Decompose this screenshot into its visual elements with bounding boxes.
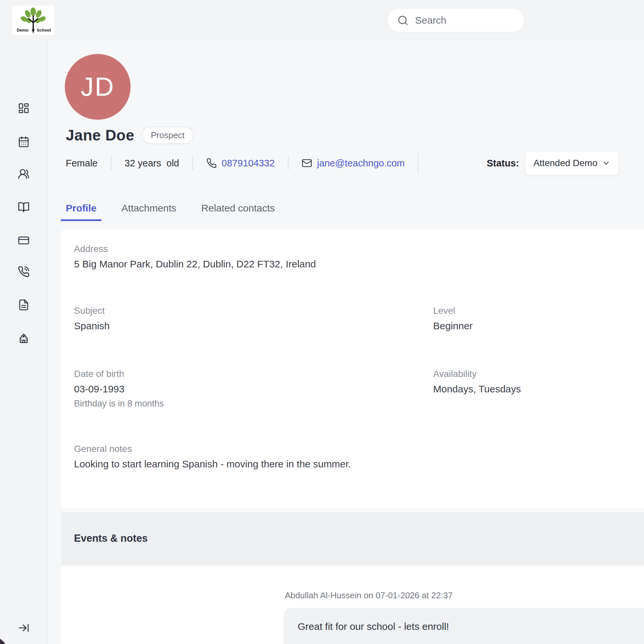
search-input[interactable] (414, 14, 508, 26)
tab-attachments[interactable]: Attachments (121, 201, 176, 221)
events-notes-heading: Events & notes (74, 533, 148, 544)
field-level: Level Beginner (433, 306, 473, 332)
status-label: Status: (487, 158, 519, 169)
sidebar-nav (0, 40, 48, 644)
field-value: Spanish (74, 320, 110, 332)
sidebar-item-contacts[interactable] (17, 167, 30, 181)
app-window: Demo School (0, 0, 644, 644)
comment-body: Great fit for our school - lets enroll! (298, 621, 644, 632)
field-value: Mondays, Tuesdays (433, 384, 521, 395)
field-label: Date of birth (74, 369, 164, 379)
avatar-initials: JD (81, 72, 115, 102)
gender-value: Female (66, 158, 98, 169)
divider (288, 156, 288, 170)
status-dropdown-value: Attended Demo (533, 158, 598, 168)
tab-profile[interactable]: Profile (66, 201, 96, 221)
school-building-icon (18, 332, 30, 344)
field-label: Address (74, 244, 316, 254)
comment-bubble: Great fit for our school - lets enroll! (284, 608, 644, 644)
phone-link-group[interactable]: 0879104332 (206, 158, 275, 169)
divider (192, 156, 193, 170)
profile-header: Jane Doe Prospect (66, 126, 194, 144)
email-link-group[interactable]: jane@teachngo.com (302, 158, 405, 169)
events-notes-header: Events & notes (62, 512, 644, 565)
status-dropdown[interactable]: Attended Demo (525, 151, 619, 175)
divider (418, 154, 418, 172)
phone-call-icon (18, 266, 30, 278)
school-logo[interactable]: Demo School (12, 6, 54, 35)
search-icon (397, 15, 409, 26)
sidebar-collapse-button[interactable] (17, 621, 30, 634)
field-availability: Availability Mondays, Tuesdays (433, 369, 521, 395)
profile-details-card: Address 5 Big Manor Park, Dublin 22, Dub… (62, 229, 644, 508)
field-general-notes: General notes Looking to start learning … (74, 444, 351, 470)
phone-icon (206, 158, 217, 168)
status-badge-prospect: Prospect (142, 127, 194, 144)
file-text-icon (18, 299, 30, 311)
status-group: Status: Attended Demo (487, 151, 619, 175)
page-title-contact-name: Jane Doe (66, 126, 135, 144)
sidebar-item-school[interactable] (17, 332, 30, 345)
book-icon (18, 201, 30, 213)
sidebar-item-documents[interactable] (17, 298, 30, 311)
chevron-down-icon (602, 159, 610, 167)
field-value: 5 Big Manor Park, Dublin 22, Dublin, D22… (74, 259, 316, 270)
sidebar-item-calls[interactable] (17, 265, 30, 278)
birthday-note: Birthday is in 8 months (74, 399, 164, 409)
avatar: JD (65, 54, 131, 120)
top-bar: Demo School (0, 0, 644, 40)
events-notes-card: Abdullah Al-Hussein on 07-01-2026 at 22:… (62, 567, 644, 644)
field-value: Beginner (433, 320, 473, 332)
field-value: 03-09-1993 (74, 384, 164, 395)
comment-meta: Abdullah Al-Hussein on 07-01-2026 at 22:… (285, 590, 453, 601)
field-label: Level (433, 306, 473, 316)
field-value: Looking to start learning Spanish - movi… (74, 458, 351, 470)
profile-tabs: Profile Attachments Related contacts (66, 201, 275, 221)
tab-related-contacts[interactable]: Related contacts (201, 201, 275, 221)
calendar-icon (18, 136, 30, 148)
search-bar[interactable] (387, 8, 525, 32)
contact-info-row: Female 32 years old 0879104332 jane@teac… (66, 153, 644, 173)
age-value: 32 years old (125, 158, 179, 169)
collapse-sidebar-icon (18, 622, 30, 634)
logo-text-right: School (37, 27, 51, 32)
sidebar-item-dashboard[interactable] (17, 102, 30, 115)
contacts-icon (18, 168, 30, 180)
tree-logo-icon: Demo School (14, 7, 53, 34)
sidebar-item-courses[interactable] (17, 201, 30, 214)
email-link[interactable]: jane@teachngo.com (317, 158, 405, 169)
field-label: General notes (74, 444, 351, 454)
logo-text-left: Demo (17, 27, 29, 32)
field-date-of-birth: Date of birth 03-09-1993 Birthday is in … (74, 369, 164, 409)
main-content: JD Jane Doe Prospect Female 32 years old… (48, 40, 644, 644)
divider (111, 156, 111, 170)
credit-card-icon (18, 235, 30, 246)
field-address: Address 5 Big Manor Park, Dublin 22, Dub… (74, 244, 316, 270)
field-subject: Subject Spanish (74, 306, 110, 332)
mail-icon (302, 158, 312, 168)
field-label: Availability (433, 369, 521, 379)
sidebar-item-billing[interactable] (17, 234, 30, 247)
dashboard-icon (18, 102, 30, 114)
sidebar-item-calendar[interactable] (17, 135, 30, 148)
field-label: Subject (74, 306, 110, 316)
phone-link[interactable]: 0879104332 (222, 158, 275, 169)
